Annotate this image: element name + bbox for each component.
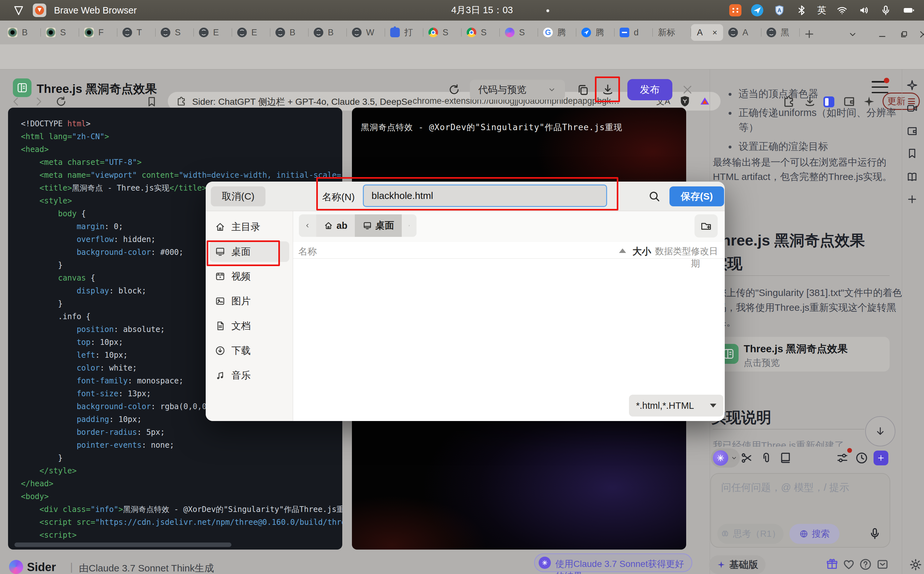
dingtalk-tray-icon[interactable] xyxy=(751,4,763,16)
place-document[interactable]: 文档 xyxy=(210,315,289,336)
new-folder-button[interactable] xyxy=(695,214,717,238)
globe-icon xyxy=(799,529,809,539)
browser-tab[interactable]: 打 xyxy=(385,24,423,41)
column-size[interactable]: 大小 xyxy=(632,245,651,258)
tab-search-chevron-icon[interactable] xyxy=(847,29,858,40)
blueapp-favicon xyxy=(582,28,591,37)
breadcrumb-desktop[interactable]: 桌面 xyxy=(355,214,402,237)
browser-tab[interactable]: B xyxy=(309,24,347,41)
document-icon xyxy=(215,320,225,331)
wifi-icon[interactable] xyxy=(836,4,848,16)
browser-tab[interactable]: d xyxy=(615,24,653,41)
think-mode-button[interactable]: 思考（R1） xyxy=(717,524,784,544)
place-home[interactable]: 主目录 xyxy=(210,217,289,237)
window-minimize-button[interactable] xyxy=(877,29,888,40)
breadcrumb-home[interactable]: ab xyxy=(316,214,355,237)
gift-icon[interactable] xyxy=(825,557,839,571)
place-image[interactable]: 图片 xyxy=(210,291,289,311)
save-button[interactable]: 保存(S) xyxy=(669,186,724,207)
copy-code-button[interactable] xyxy=(576,83,590,97)
history-clock-icon[interactable] xyxy=(855,451,869,465)
browser-tab[interactable]: F xyxy=(79,24,117,41)
snip-tool-icon[interactable] xyxy=(740,451,754,465)
breadcrumb-home-label: ab xyxy=(336,221,347,231)
microphone-icon[interactable] xyxy=(880,4,892,16)
voice-input-icon[interactable] xyxy=(868,527,882,541)
breadcrumb-back-icon[interactable] xyxy=(299,214,316,237)
upgrade-cta-button[interactable]: 使用Claude 3.7 Sonnet获得更好的结果 xyxy=(534,554,692,572)
new-tab-button[interactable] xyxy=(803,28,816,41)
globe-favicon xyxy=(728,28,738,37)
bluetooth-icon[interactable] xyxy=(795,4,808,16)
window-close-button[interactable] xyxy=(918,29,924,40)
browser-tab[interactable]: 黑 xyxy=(762,24,799,41)
strip-add-icon[interactable] xyxy=(906,193,919,206)
window-maximize-button[interactable] xyxy=(899,29,910,40)
refresh-preview-button[interactable] xyxy=(447,83,461,96)
strip-wallet-icon[interactable] xyxy=(906,125,919,137)
browser-tab[interactable]: T xyxy=(117,24,156,41)
settings-sliders-icon[interactable] xyxy=(835,451,850,465)
prompt-library-icon[interactable] xyxy=(778,451,793,465)
model-selector[interactable] xyxy=(711,448,740,468)
strip-video-icon[interactable] xyxy=(906,102,919,115)
view-mode-select[interactable]: 代码与预览 xyxy=(470,80,565,99)
help-icon[interactable] xyxy=(858,557,873,571)
search-icon[interactable] xyxy=(647,189,661,203)
browser-tab[interactable]: S xyxy=(41,24,79,41)
active-tab[interactable]: A× xyxy=(691,24,723,41)
clock[interactable]: 4月3日 15：03 xyxy=(427,0,537,20)
browser-tab[interactable]: B xyxy=(270,24,309,41)
browser-tab[interactable]: S xyxy=(500,24,538,41)
horizontal-scrollbar[interactable] xyxy=(14,542,232,547)
tray-app-icon[interactable] xyxy=(729,4,741,16)
cancel-button[interactable]: 取消(C) xyxy=(211,186,265,207)
strip-sparkle-icon[interactable] xyxy=(906,79,919,91)
attach-file-icon[interactable] xyxy=(759,451,773,465)
strip-bookmark-icon[interactable] xyxy=(906,147,919,160)
artifact-card[interactable]: Three.js 黑洞奇点效果 点击预览 xyxy=(714,337,889,372)
browser-tab[interactable]: E xyxy=(194,24,232,41)
reload-button[interactable] xyxy=(55,95,68,108)
back-button[interactable] xyxy=(9,95,22,108)
browser-tab[interactable]: S xyxy=(423,24,462,41)
sort-ascending-icon[interactable] xyxy=(619,248,626,253)
browser-tab[interactable]: A xyxy=(723,24,762,41)
browser-toolbar: Sider: ChatGPT 侧边栏 + GPT-4o, Claude 3.5,… xyxy=(0,44,924,69)
column-type[interactable]: 数据类型 xyxy=(655,245,691,257)
bat-rewards-icon[interactable] xyxy=(699,95,711,107)
volume-icon[interactable] xyxy=(858,4,870,16)
place-music[interactable]: 音乐 xyxy=(210,365,289,386)
file-type-filter-dropdown[interactable]: *.html,*.HTML xyxy=(629,395,724,416)
bookmark-icon[interactable] xyxy=(145,95,158,108)
breadcrumb-forward-icon[interactable] xyxy=(402,214,416,237)
place-video[interactable]: 视频 xyxy=(210,266,289,287)
new-chat-button[interactable] xyxy=(874,451,888,465)
plan-badge[interactable]: 基础版 xyxy=(709,555,766,574)
web-search-button[interactable]: 搜索 xyxy=(789,524,839,544)
browser-tab[interactable]: 腾 xyxy=(576,24,615,41)
artifact-heading: Three.js 黑洞奇点效果实现 xyxy=(712,229,873,275)
inbox-icon[interactable] xyxy=(875,557,889,571)
column-name[interactable]: 名称 xyxy=(298,245,317,258)
browser-tab[interactable]: B xyxy=(3,24,41,41)
forward-button[interactable] xyxy=(32,95,45,108)
favorite-heart-icon[interactable] xyxy=(842,557,856,571)
publish-button[interactable]: 发布 xyxy=(628,79,672,100)
input-method-shield-icon[interactable]: A xyxy=(773,4,786,17)
browser-tab[interactable]: E xyxy=(232,24,270,41)
settings-gear-icon[interactable] xyxy=(908,557,923,572)
browser-tab[interactable]: W xyxy=(347,24,385,41)
browser-tab[interactable]: S xyxy=(462,24,500,41)
language-indicator[interactable]: 英 xyxy=(817,4,826,16)
brave-shield-icon[interactable] xyxy=(678,95,692,108)
strip-reader-icon[interactable] xyxy=(906,171,919,183)
place-download[interactable]: 下载 xyxy=(210,341,289,361)
browser-tab[interactable]: G腾 xyxy=(538,24,576,41)
browser-tab[interactable]: S xyxy=(156,24,194,41)
browser-tab[interactable]: 新标 xyxy=(653,24,691,41)
tab-close-icon[interactable]: × xyxy=(712,28,717,38)
tab-label: 新标 xyxy=(658,27,675,38)
close-artifact-button[interactable] xyxy=(681,83,694,96)
column-modified[interactable]: 修改日期 xyxy=(691,245,725,270)
